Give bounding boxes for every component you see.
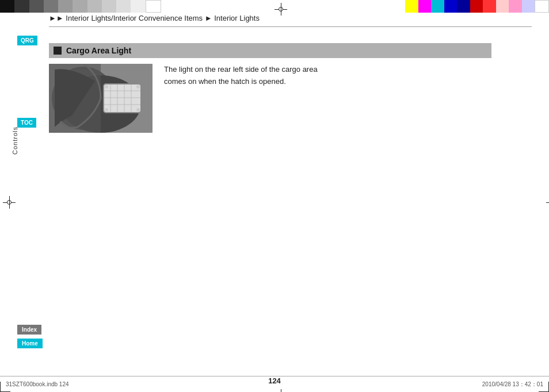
breadcrumb-part1: Interior Lights/Interior Convenience Ite… xyxy=(66,14,203,22)
home-button[interactable]: Home xyxy=(17,339,43,348)
svg-point-14 xyxy=(136,85,140,89)
section-icon xyxy=(54,47,62,55)
footer-left: 31SZT600book.indb 124 xyxy=(6,381,69,387)
breadcrumb-arrow2: ► xyxy=(205,14,214,22)
description-line2: comes on when the hatch is opened. xyxy=(164,77,286,86)
svg-point-15 xyxy=(105,108,108,112)
cargo-image xyxy=(49,64,152,133)
controls-label: Controls xyxy=(12,126,18,155)
color-bar-top xyxy=(0,0,161,13)
breadcrumb: ►► Interior Lights/Interior Convenience … xyxy=(49,14,532,22)
qrg-button[interactable]: QRG xyxy=(17,36,37,45)
section-heading: Cargo Area Light xyxy=(49,43,491,58)
breadcrumb-part2: Interior Lights xyxy=(214,14,260,22)
description-text: The light on the rear left side of the c… xyxy=(164,64,318,133)
section-area: Cargo Area Light xyxy=(49,32,491,133)
index-button[interactable]: Index xyxy=(17,325,41,335)
color-bar-top-right xyxy=(405,0,549,13)
breadcrumb-arrow1: ►► xyxy=(49,14,66,22)
svg-rect-4 xyxy=(104,84,141,113)
toc-button[interactable]: TOC xyxy=(17,118,36,128)
content-area: The light on the rear left side of the c… xyxy=(49,64,491,133)
footer-right: 2010/04/28 13：42：01 xyxy=(482,381,543,389)
svg-point-13 xyxy=(105,85,108,89)
section-title: Cargo Area Light xyxy=(66,46,131,55)
description-line1: The light on the rear left side of the c… xyxy=(164,65,318,74)
bottom-bar: 31SZT600book.indb 124 2010/04/28 13：42：0… xyxy=(0,376,549,392)
svg-point-16 xyxy=(136,108,140,112)
breadcrumb-divider xyxy=(49,26,532,27)
